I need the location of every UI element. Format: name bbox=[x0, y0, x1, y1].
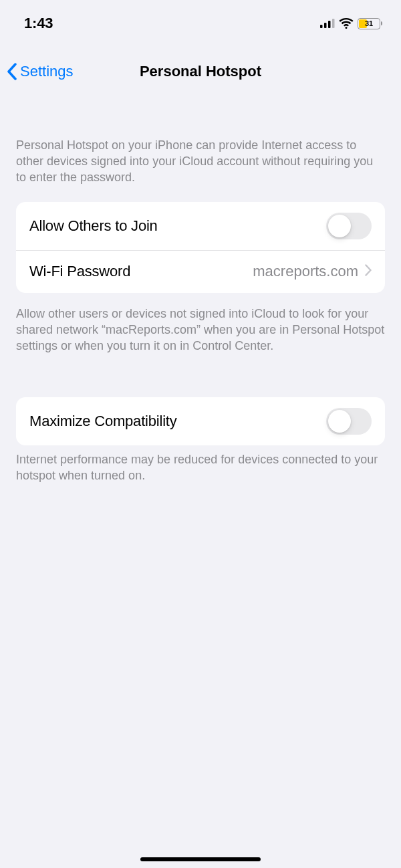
cellular-signal-icon bbox=[320, 19, 335, 28]
hotspot-settings-group: Allow Others to Join Wi-Fi Password macr… bbox=[16, 202, 385, 293]
status-time: 1:43 bbox=[24, 15, 53, 32]
back-button[interactable]: Settings bbox=[7, 63, 74, 80]
chevron-left-icon bbox=[7, 63, 17, 80]
svg-point-4 bbox=[346, 27, 348, 29]
back-label: Settings bbox=[20, 63, 74, 80]
intro-description: Personal Hotspot on your iPhone can prov… bbox=[0, 138, 401, 186]
wifi-icon bbox=[339, 18, 354, 29]
maximize-compatibility-row[interactable]: Maximize Compatibility bbox=[16, 397, 385, 445]
status-icons: 31 bbox=[320, 18, 382, 29]
compatibility-group: Maximize Compatibility bbox=[16, 397, 385, 445]
allow-others-label: Allow Others to Join bbox=[29, 217, 158, 235]
wifi-password-label: Wi-Fi Password bbox=[29, 263, 130, 280]
svg-rect-0 bbox=[320, 25, 323, 28]
toggle-knob bbox=[328, 215, 351, 237]
wifi-password-value: macreports.com bbox=[253, 263, 358, 280]
svg-rect-1 bbox=[324, 23, 327, 28]
chevron-right-icon bbox=[365, 264, 372, 279]
home-indicator[interactable] bbox=[140, 857, 261, 861]
svg-rect-2 bbox=[328, 21, 331, 28]
allow-others-toggle[interactable] bbox=[326, 213, 372, 239]
maximize-compatibility-description: Internet performance may be reduced for … bbox=[0, 452, 401, 484]
toggle-knob bbox=[328, 410, 351, 433]
allow-others-row[interactable]: Allow Others to Join bbox=[16, 202, 385, 250]
allow-others-description: Allow other users or devices not signed … bbox=[0, 306, 401, 354]
battery-percentage: 31 bbox=[358, 19, 380, 27]
battery-icon: 31 bbox=[358, 18, 382, 29]
maximize-compatibility-toggle[interactable] bbox=[326, 408, 372, 435]
maximize-compatibility-label: Maximize Compatibility bbox=[29, 413, 177, 430]
svg-rect-3 bbox=[332, 19, 335, 28]
status-bar: 1:43 31 bbox=[0, 0, 401, 35]
navigation-bar: Settings Personal Hotspot bbox=[0, 51, 401, 92]
wifi-password-row[interactable]: Wi-Fi Password macreports.com bbox=[16, 250, 385, 293]
